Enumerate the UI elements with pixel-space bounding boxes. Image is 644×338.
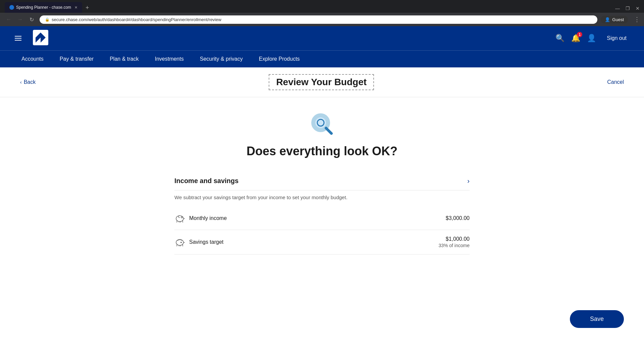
account-icon[interactable]: 👤 <box>587 34 596 43</box>
nav-item-accounts[interactable]: Accounts <box>13 51 52 67</box>
income-savings-section-header[interactable]: Income and savings › <box>174 172 470 190</box>
reload-button[interactable]: ↻ <box>27 15 36 24</box>
tab-favicon <box>9 5 14 10</box>
back-label: Back <box>24 79 36 85</box>
address-bar[interactable]: 🔒 secure.chase.com/web/auth/dashboard#/d… <box>40 15 597 24</box>
back-button[interactable]: ‹ Back <box>20 79 36 85</box>
user-profile-button[interactable]: 👤 Guest <box>601 16 628 23</box>
hamburger-menu-button[interactable] <box>13 35 23 42</box>
maximize-button[interactable]: ❐ <box>625 6 630 11</box>
savings-target-label: Savings target <box>189 239 223 245</box>
search-icon[interactable]: 🔍 <box>555 34 565 43</box>
nav-item-explore-products[interactable]: Explore Products <box>251 51 308 67</box>
cancel-button[interactable]: Cancel <box>607 79 624 85</box>
svg-line-13 <box>177 244 177 246</box>
nav-item-plan-track[interactable]: Plan & track <box>102 51 147 67</box>
savings-target-icon <box>174 237 185 247</box>
back-chevron-icon: ‹ <box>20 79 22 85</box>
nav-item-security-privacy[interactable]: Security & privacy <box>192 51 251 67</box>
active-tab[interactable]: Spending Planner - chase.com ✕ <box>5 2 82 13</box>
security-lock-icon: 🔒 <box>45 17 50 22</box>
monthly-income-label: Monthly income <box>189 215 227 221</box>
svg-line-10 <box>182 220 183 222</box>
new-tab-button[interactable]: + <box>83 3 92 13</box>
svg-line-3 <box>326 128 331 133</box>
user-icon: 👤 <box>605 17 610 22</box>
forward-nav-button[interactable]: → <box>15 15 25 24</box>
back-nav-button[interactable]: ← <box>4 15 13 24</box>
section-expand-icon: › <box>467 177 470 185</box>
tab-close-btn[interactable]: ✕ <box>74 5 77 10</box>
minimize-button[interactable]: — <box>615 6 620 11</box>
tab-title: Spending Planner - chase.com <box>16 5 71 10</box>
section-title: Income and savings <box>174 177 238 185</box>
section-description: We subtract your savings target from you… <box>174 190 470 207</box>
monthly-income-row: Monthly income $3,000.00 <box>174 207 470 230</box>
savings-target-sub: 33% of income <box>438 243 470 248</box>
savings-target-value: $1,000.00 <box>438 236 470 242</box>
notification-badge: 1 <box>577 32 582 37</box>
browser-menu-button[interactable]: ⋮ <box>634 16 640 23</box>
user-label: Guest <box>612 17 624 22</box>
sign-out-button[interactable]: Sign out <box>603 33 631 44</box>
nav-item-pay-transfer[interactable]: Pay & transfer <box>52 51 102 67</box>
main-heading: Does everything look OK? <box>174 144 470 158</box>
monthly-income-icon <box>174 213 185 224</box>
svg-line-16 <box>182 244 183 246</box>
savings-target-row: Savings target $1,000.00 33% of income <box>174 230 470 255</box>
close-window-button[interactable]: ✕ <box>635 6 640 11</box>
svg-point-6 <box>181 217 182 218</box>
chase-logo <box>33 30 48 47</box>
monthly-income-value: $3,000.00 <box>446 215 470 221</box>
notifications-icon[interactable]: 🔔 1 <box>571 34 580 43</box>
save-button-container: Save <box>570 310 624 328</box>
nav-item-investments[interactable]: Investments <box>147 51 192 67</box>
svg-line-7 <box>177 220 177 222</box>
review-icon <box>174 111 470 137</box>
save-button[interactable]: Save <box>570 310 624 328</box>
url-text: secure.chase.com/web/auth/dashboard#/das… <box>52 17 221 22</box>
svg-point-17 <box>180 242 182 243</box>
page-title: Review Your Budget <box>269 74 374 90</box>
